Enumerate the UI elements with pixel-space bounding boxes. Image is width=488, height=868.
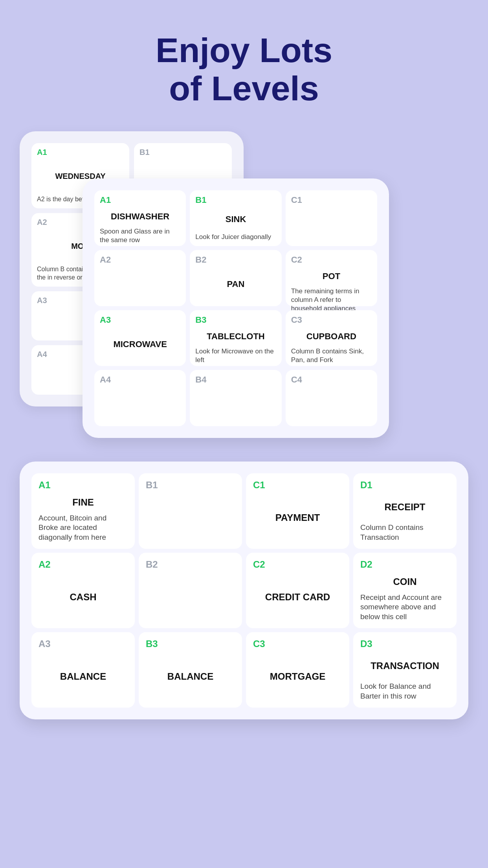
cell-D2-finance[interactable]: D2 COIN Receipt and Account are somewher…	[353, 553, 457, 628]
cell-C1-kitchen[interactable]: C1	[286, 190, 377, 246]
cell-A4-kitchen[interactable]: A4	[94, 370, 186, 426]
cell-B2-kitchen[interactable]: B2 PAN	[190, 250, 281, 306]
stacked-area: A1 WEDNESDAY A2 is the day before Tuesda…	[20, 131, 468, 438]
cell-A2-kitchen[interactable]: A2	[94, 250, 186, 306]
cell-C4-kitchen[interactable]: C4	[286, 370, 377, 426]
cell-C3-finance[interactable]: C3 MORTGAGE	[246, 632, 349, 708]
page-title: Enjoy Lotsof Levels	[0, 0, 488, 131]
cell-A3-kitchen[interactable]: A3 MICROWAVE	[94, 310, 186, 366]
cell-D1-finance[interactable]: D1 RECEIPT Column D contains Transaction	[353, 473, 457, 549]
cell-B2-finance[interactable]: B2	[139, 553, 242, 628]
cell-B1-finance[interactable]: B1	[139, 473, 242, 549]
cell-D3-finance[interactable]: D3 TRANSACTION Look for Balance and Bart…	[353, 632, 457, 708]
cell-A1-finance[interactable]: A1 FINE Account, Bitcoin and Broke are l…	[31, 473, 135, 549]
cell-A1-kitchen[interactable]: A1 DISHWASHER Spoon and Glass are in the…	[94, 190, 186, 246]
cell-A2-finance[interactable]: A2 CASH	[31, 553, 135, 628]
cell-A3-finance[interactable]: A3 BALANCE	[31, 632, 135, 708]
card-kitchen: A1 DISHWASHER Spoon and Glass are in the…	[83, 178, 389, 438]
cell-C2-kitchen[interactable]: C2 POT The remaining terms in column A r…	[286, 250, 377, 306]
cell-C3-kitchen[interactable]: C3 CUPBOARD Column B contains Sink, Pan,…	[286, 310, 377, 366]
cell-B3-kitchen[interactable]: B3 TABLECLOTH Look for Microwave on the …	[190, 310, 281, 366]
cards-area: A1 WEDNESDAY A2 is the day before Tuesda…	[0, 131, 488, 719]
cell-C1-finance[interactable]: C1 PAYMENT	[246, 473, 349, 549]
cell-B4-kitchen[interactable]: B4	[190, 370, 281, 426]
cell-B3-finance[interactable]: B3 BALANCE	[139, 632, 242, 708]
cell-C2-finance[interactable]: C2 CREDIT CARD	[246, 553, 349, 628]
card-finance: A1 FINE Account, Bitcoin and Broke are l…	[20, 462, 468, 719]
cell-B1-kitchen[interactable]: B1 SINK Look for Juicer diagonally	[190, 190, 281, 246]
